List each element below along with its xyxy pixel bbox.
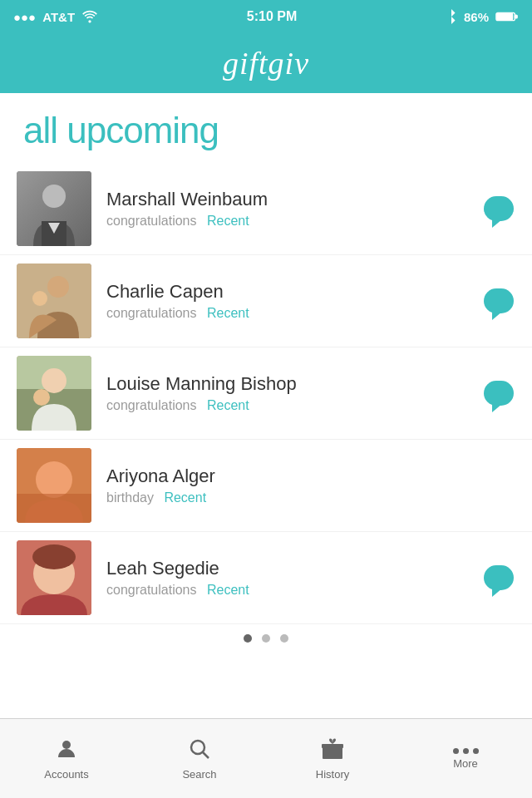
item-event-3: congratulations Recent	[106, 398, 482, 413]
item-badge-4: Recent	[164, 490, 206, 505]
tab-history-label: History	[316, 768, 349, 781]
more-dot-1	[453, 748, 459, 754]
page-dots	[0, 624, 532, 649]
avatar-5	[17, 540, 91, 615]
status-time: 5:10 PM	[247, 9, 297, 24]
item-info-2: Charlie Capencongratulations Recent	[106, 281, 482, 321]
tab-search-label: Search	[182, 768, 216, 781]
battery-label: 86%	[464, 10, 489, 24]
item-name-3: Louise Manning Bishop	[106, 373, 482, 395]
chat-bubble-1	[484, 196, 514, 221]
svg-point-8	[47, 276, 69, 298]
svg-point-12	[42, 368, 66, 393]
item-event-4: birthday Recent	[106, 490, 515, 505]
tab-more[interactable]: More	[399, 719, 532, 798]
list-item-2[interactable]: Charlie Capencongratulations Recent	[0, 255, 532, 347]
list-item-3[interactable]: Louise Manning Bishopcongratulations Rec…	[0, 347, 532, 440]
svg-line-22	[203, 752, 209, 758]
item-name-2: Charlie Capen	[106, 281, 482, 303]
gift-icon	[320, 737, 345, 765]
list-item-5[interactable]: Leah Segediecongratulations Recent	[0, 532, 532, 624]
app-header: giftgiv	[0, 33, 532, 93]
item-name-4: Ariyona Alger	[106, 466, 515, 487]
signal-bars: ●●●	[13, 10, 36, 24]
svg-point-9	[32, 291, 47, 306]
upcoming-list: Marshall Weinbaumcongratulations Recent …	[0, 163, 532, 624]
item-badge-2: Recent	[207, 306, 249, 320]
item-name-5: Leah Segedie	[106, 558, 482, 579]
avatar-1	[17, 171, 91, 246]
item-event-2: congratulations Recent	[106, 306, 482, 321]
list-item-1[interactable]: Marshall Weinbaumcongratulations Recent	[0, 163, 532, 255]
svg-point-21	[191, 741, 204, 754]
svg-rect-2	[497, 13, 513, 19]
avatar-3	[17, 356, 91, 431]
dot-2	[262, 634, 270, 643]
tab-history[interactable]: History	[266, 719, 399, 798]
item-event-5: congratulations Recent	[106, 583, 482, 598]
tab-accounts-label: Accounts	[44, 768, 88, 781]
item-info-4: Ariyona Algerbirthday Recent	[106, 466, 515, 505]
status-right: 86%	[446, 8, 519, 25]
chat-bubble-5	[484, 565, 514, 590]
more-dot-2	[463, 748, 469, 754]
svg-point-15	[36, 461, 72, 498]
svg-point-5	[42, 185, 66, 208]
avatar-2	[17, 264, 91, 338]
tab-accounts[interactable]: Accounts	[0, 719, 133, 798]
tab-bar: Accounts Search History	[0, 718, 532, 798]
chat-icon-5[interactable]	[482, 561, 515, 594]
item-info-1: Marshall Weinbaumcongratulations Recent	[106, 189, 482, 229]
chat-bubble-2	[484, 288, 514, 313]
chat-icon-3[interactable]	[482, 377, 515, 410]
tab-search[interactable]: Search	[133, 719, 266, 798]
status-bar: ●●● AT&T 5:10 PM 86%	[0, 0, 532, 33]
dot-1	[244, 634, 252, 643]
battery-icon	[495, 11, 519, 22]
item-event-1: congratulations Recent	[106, 214, 482, 229]
bluetooth-icon	[446, 8, 457, 25]
avatar-4	[17, 448, 91, 523]
item-info-3: Louise Manning Bishopcongratulations Rec…	[106, 373, 482, 413]
search-icon	[188, 737, 211, 765]
svg-rect-25	[332, 744, 334, 756]
app-title: giftgiv	[223, 45, 309, 81]
tab-more-label: More	[453, 757, 478, 770]
svg-point-13	[33, 389, 50, 406]
item-badge-1: Recent	[207, 214, 249, 228]
svg-point-20	[62, 741, 71, 749]
svg-rect-1	[515, 15, 517, 18]
svg-rect-16	[17, 494, 91, 523]
accounts-icon	[55, 737, 78, 765]
svg-point-19	[32, 544, 76, 569]
item-name-1: Marshall Weinbaum	[106, 189, 482, 210]
carrier-label: AT&T	[42, 10, 75, 24]
status-left: ●●● AT&T	[13, 10, 98, 24]
list-item-4[interactable]: Ariyona Algerbirthday Recent	[0, 440, 532, 532]
chat-bubble-3	[484, 381, 514, 406]
page-title-area: all upcoming	[0, 93, 532, 163]
chat-icon-2[interactable]	[482, 284, 515, 318]
wifi-icon	[81, 10, 98, 23]
item-badge-3: Recent	[207, 398, 249, 412]
more-icon	[453, 748, 479, 754]
more-dot-3	[473, 748, 479, 754]
item-info-5: Leah Segediecongratulations Recent	[106, 558, 482, 598]
page-title: all upcoming	[23, 110, 509, 151]
dot-3	[280, 634, 288, 643]
item-badge-5: Recent	[207, 583, 249, 597]
chat-icon-1[interactable]	[482, 192, 515, 225]
